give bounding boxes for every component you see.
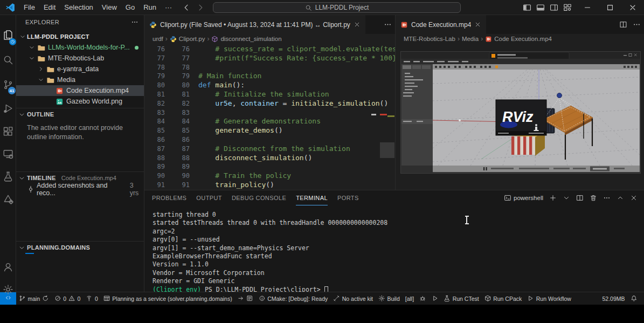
close-tab-icon[interactable] (354, 21, 361, 28)
close-panel-icon[interactable] (630, 194, 638, 202)
code-line-76[interactable]: 7676 # success_rate = cliport_model.eval… (144, 45, 395, 54)
code-line-82[interactable]: 8282 ur5e, container = initialize_simula… (144, 99, 395, 108)
statusbar-cmake-kit[interactable]: No active kit (330, 292, 376, 305)
editor-scrollbar[interactable] (380, 142, 394, 158)
outline-header[interactable]: OUTLINE (16, 108, 144, 120)
activity-extensions-icon[interactable] (0, 122, 16, 141)
code-line-83[interactable]: 8383 (144, 108, 395, 118)
new-terminal-icon[interactable] (549, 194, 557, 202)
breadcrumb-item[interactable]: Media (462, 36, 479, 42)
statusbar-run-ctest[interactable]: Run CTest (441, 292, 482, 305)
tree-item-code-execution-mp4[interactable]: Code Execution.mp4 (16, 85, 144, 96)
terminal-dropdown-icon[interactable] (563, 194, 570, 202)
menu-file[interactable]: File (19, 2, 39, 13)
statusbar-run-cpack[interactable]: Run CPack (482, 292, 525, 305)
activity-accounts-icon[interactable] (0, 258, 16, 276)
statusbar-run-workflow[interactable]: Run Workflow (524, 292, 574, 305)
activity-planning-icon[interactable] (0, 190, 16, 208)
tree-item-e-yantra-data[interactable]: e-yantra_data (16, 64, 144, 74)
more-actions-icon[interactable] (384, 20, 392, 29)
statusbar-ports[interactable]: 0 (83, 292, 100, 305)
toggle-panel-icon[interactable] (536, 3, 545, 12)
code-line-78[interactable]: 7878 (144, 63, 395, 72)
more-actions-icon[interactable] (633, 20, 641, 29)
statusbar-memory-usage[interactable]: 52.09MB (599, 292, 627, 305)
customize-layout-icon[interactable] (563, 3, 572, 12)
code-editor[interactable]: 7676 # success_rate = cliport_model.eval… (144, 44, 395, 190)
panel-tab-problems[interactable]: PROBLEMS (152, 190, 186, 205)
statusbar-problems[interactable]: 00 (52, 292, 84, 305)
activity-search-icon[interactable] (0, 51, 16, 69)
breadcrumb-item[interactable]: MTE-Robotics-Lab (404, 36, 455, 42)
code-line-91[interactable]: 9191 train_policy() (144, 181, 395, 190)
panel-tab-output[interactable]: OUTPUT (196, 190, 222, 205)
code-line-81[interactable]: 8181 # Initialize the simulation (144, 90, 395, 99)
breadcrumb-item[interactable]: Code Execution.mp4 (494, 36, 552, 42)
statusbar-output-shortcut[interactable] (235, 292, 256, 305)
code-line-79[interactable]: 7979# Main function (144, 72, 395, 81)
breadcrumb-item[interactable]: disconnect_simulation (220, 36, 281, 42)
code-line-89[interactable]: 8989 (144, 162, 395, 171)
close-tab-icon[interactable] (474, 21, 481, 28)
code-line-84[interactable]: 8484 # Generate demonstrations (144, 117, 395, 126)
activity-testing-icon[interactable] (0, 167, 16, 185)
activity-remote-explorer-icon[interactable] (0, 145, 16, 163)
code-line-80[interactable]: 8080def main(): (144, 81, 395, 90)
shell-powershell[interactable]: powershell (504, 194, 543, 202)
activity-run-and-debug-icon[interactable] (0, 99, 16, 118)
menu-selection[interactable]: Selection (60, 2, 97, 13)
menu-view[interactable]: View (98, 2, 121, 13)
menu-run[interactable]: Run (139, 2, 161, 13)
timeline-item[interactable]: Added screenshots and reco... 3 yrs (16, 184, 144, 195)
statusbar-cmake-debug[interactable] (417, 292, 429, 305)
tree-item-llms-world-models-for-p[interactable]: LLMs-World-Models-for-P... (16, 42, 144, 53)
statusbar-cmake-build[interactable]: Build (376, 292, 403, 305)
command-center-search[interactable]: LLM-PDDL Project (213, 2, 461, 13)
tree-item-gazebo-world-png[interactable]: Gazebo World.png (16, 96, 144, 107)
maximize-panel-icon[interactable] (617, 194, 624, 202)
back-icon[interactable] (182, 3, 191, 12)
terminal[interactable]: starting thread 0started testThreads thr… (153, 211, 639, 292)
activity-settings-icon[interactable] (0, 280, 16, 299)
code-line-90[interactable]: 9090 # Train the policy (144, 171, 395, 181)
explorer-more-icon[interactable] (131, 18, 139, 26)
kill-terminal-icon[interactable] (590, 194, 597, 202)
code-line-87[interactable]: 8787 # Disconnect from the simulation (144, 145, 395, 154)
menu-more[interactable]: ··· (161, 2, 176, 13)
code-line-77[interactable]: 7777 #print(f"Success Rate: {success_rat… (144, 54, 395, 63)
statusbar-notifications[interactable] (628, 292, 640, 305)
breadcrumb-item[interactable]: urdf (153, 36, 163, 42)
tab-cliport-diff[interactable]: Cliport.py (File Saved • August 13, 2024… (144, 15, 365, 34)
statusbar-cmake-status[interactable]: CMake: [Debug]: Ready (256, 292, 331, 305)
tree-item-mte-robotics-lab[interactable]: MTE-Robotics-Lab (16, 53, 144, 64)
breadcrumb-item[interactable]: Cliport.py (179, 36, 205, 42)
tree-item-llm-pddl-project[interactable]: LLM-PDDL PROJECT (16, 31, 144, 42)
split-terminal-icon[interactable] (576, 194, 584, 202)
video-player[interactable]: RViz (400, 51, 641, 174)
tab-code-execution[interactable]: Code Execution.mp4 (396, 15, 486, 34)
close-window-icon[interactable] (621, 0, 644, 15)
panel-tab-debug-console[interactable]: DEBUG CONSOLE (232, 190, 286, 205)
toggle-secondary-sidebar-icon[interactable] (550, 3, 558, 12)
panel-tab-terminal[interactable]: TERMINAL (296, 190, 328, 205)
statusbar-git-branch[interactable]: main (16, 292, 52, 305)
statusbar-cmake-launch[interactable] (429, 292, 441, 305)
tree-item-media[interactable]: Media (16, 74, 144, 85)
panel-tab-ports[interactable]: PORTS (337, 190, 359, 205)
code-line-86[interactable]: 8686 (144, 135, 395, 145)
panel-more-icon[interactable] (603, 194, 611, 202)
menu-edit[interactable]: Edit (39, 2, 60, 13)
planning-domains-header[interactable]: PLANNING.DOMAINS (16, 242, 144, 253)
minimize-icon[interactable] (576, 0, 599, 15)
activity-source-control-icon[interactable]: 41 (0, 75, 16, 94)
forward-icon[interactable] (196, 3, 205, 12)
split-editor-icon[interactable] (619, 20, 627, 29)
code-line-88[interactable]: 8888 disconnect_simulation() (144, 154, 395, 163)
statusbar-planning-service[interactable]: Planning as a service (solver.planning.d… (101, 292, 235, 305)
toggle-sidebar-icon[interactable] (523, 3, 531, 12)
activity-explorer-icon[interactable] (0, 26, 16, 44)
statusbar-cmake-target[interactable]: [all] (403, 292, 417, 305)
code-line-85[interactable]: 8585 generate_demos() (144, 126, 395, 135)
maximize-icon[interactable] (599, 0, 621, 15)
menu-go[interactable]: Go (121, 2, 139, 13)
